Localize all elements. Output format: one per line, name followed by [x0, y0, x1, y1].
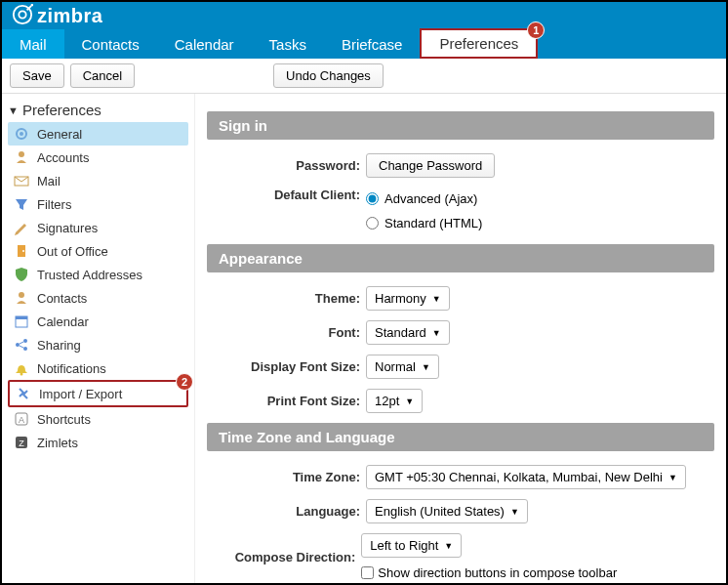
- password-label: Password:: [207, 158, 366, 173]
- print-font-size-select[interactable]: 12pt▼: [366, 389, 423, 413]
- sidebar-item-shortcuts[interactable]: A Shortcuts: [8, 407, 188, 431]
- sidebar-item-label: Import / Export: [39, 387, 122, 401]
- sidebar-item-notifications[interactable]: Notifications: [8, 356, 188, 380]
- radio-standard[interactable]: Standard (HTML): [366, 216, 482, 230]
- brand-bar: zimbra: [2, 2, 726, 29]
- caret-down-icon: ▼: [405, 397, 414, 406]
- svg-rect-12: [16, 316, 27, 319]
- theme-label: Theme:: [207, 291, 366, 306]
- sidebar-item-calendar[interactable]: Calendar: [8, 310, 188, 333]
- tab-preferences-label: Preferences: [439, 35, 518, 52]
- caret-down-icon: ▼: [432, 294, 441, 304]
- timezone-label: Time Zone:: [207, 470, 366, 484]
- calendar-icon: [14, 313, 29, 329]
- share-icon: [14, 337, 29, 353]
- key-icon: A: [14, 411, 29, 427]
- print-font-size-label: Print Font Size:: [207, 394, 366, 408]
- sidebar-item-label: Calendar: [37, 314, 89, 329]
- save-button[interactable]: Save: [10, 63, 64, 88]
- display-font-size-select[interactable]: Normal▼: [366, 355, 439, 379]
- radio-advanced-label: Advanced (Ajax): [384, 191, 477, 206]
- radio-advanced[interactable]: Advanced (Ajax): [366, 191, 477, 206]
- language-select[interactable]: English (United States)▼: [366, 499, 528, 523]
- cancel-button[interactable]: Cancel: [70, 63, 135, 88]
- svg-point-10: [19, 292, 24, 298]
- svg-point-9: [22, 250, 24, 252]
- sidebar-item-trusted-addresses[interactable]: Trusted Addresses: [8, 263, 188, 286]
- svg-text:Z: Z: [19, 439, 24, 448]
- font-label: Font:: [207, 325, 366, 340]
- svg-point-14: [23, 339, 27, 343]
- funnel-icon: [14, 196, 29, 212]
- pencil-icon: [14, 220, 29, 235]
- sidebar-item-signatures[interactable]: Signatures: [8, 216, 188, 239]
- display-font-size-value: Normal: [375, 359, 416, 374]
- change-password-button[interactable]: Change Password: [366, 153, 495, 178]
- tab-briefcase[interactable]: Briefcase: [324, 29, 421, 59]
- sidebar-item-accounts[interactable]: Accounts: [8, 146, 188, 169]
- show-direction-checkbox-label: Show direction buttons in compose toolba…: [378, 565, 617, 580]
- compose-direction-value: Left to Right: [370, 538, 438, 553]
- sidebar-item-label: Notifications: [37, 361, 106, 376]
- radio-standard-label: Standard (HTML): [384, 216, 482, 230]
- user-icon: [14, 149, 29, 165]
- sidebar-item-label: Mail: [37, 174, 61, 188]
- sidebar-item-label: Signatures: [37, 221, 98, 235]
- sidebar-item-import-export[interactable]: Import / Export 2: [8, 380, 188, 407]
- door-icon: [14, 243, 29, 259]
- tab-calendar[interactable]: Calendar: [157, 29, 252, 59]
- undo-changes-button[interactable]: Undo Changes: [273, 63, 384, 88]
- sidebar-item-label: Accounts: [37, 150, 89, 165]
- sidebar-item-contacts[interactable]: Contacts: [8, 286, 188, 310]
- annotation-badge-2: 2: [176, 373, 193, 391]
- svg-text:A: A: [19, 415, 24, 425]
- sidebar-item-out-of-office[interactable]: Out of Office: [8, 239, 188, 263]
- show-direction-checkbox[interactable]: Show direction buttons in compose toolba…: [361, 565, 617, 580]
- tab-preferences[interactable]: Preferences 1: [420, 28, 538, 59]
- shield-icon: [14, 267, 29, 282]
- sidebar-item-label: Out of Office: [37, 244, 108, 259]
- tab-tasks[interactable]: Tasks: [252, 29, 324, 59]
- language-value: English (United States): [375, 504, 505, 519]
- toolbar: Save Cancel Undo Changes: [2, 59, 726, 94]
- theme-select[interactable]: Harmony▼: [366, 286, 450, 311]
- caret-down-icon: ▼: [8, 104, 19, 116]
- sidebar-list: General Accounts Mail Filters Signatures…: [8, 122, 188, 454]
- sidebar-item-mail[interactable]: Mail: [8, 169, 188, 192]
- caret-down-icon: ▼: [432, 328, 441, 338]
- print-font-size-value: 12pt: [375, 394, 399, 408]
- preferences-panel: Sign in Password: Change Password Defaul…: [195, 94, 726, 585]
- sidebar-item-zimlets[interactable]: Z Zimlets: [8, 431, 188, 454]
- caret-down-icon: ▼: [444, 541, 453, 551]
- display-font-size-label: Display Font Size:: [207, 359, 366, 374]
- sidebar-item-label: General: [37, 127, 82, 142]
- compose-direction-select[interactable]: Left to Right▼: [361, 533, 462, 558]
- sidebar-item-label: Trusted Addresses: [37, 268, 142, 282]
- envelope-icon: [14, 173, 29, 188]
- svg-point-15: [23, 347, 27, 351]
- compose-direction-label: Compose Direction:: [207, 550, 361, 564]
- gear-icon: [14, 126, 29, 142]
- zimlet-icon: Z: [14, 435, 29, 450]
- tab-contacts[interactable]: Contacts: [64, 29, 157, 59]
- sidebar-item-label: Contacts: [37, 291, 87, 306]
- contacts-icon: [14, 290, 29, 306]
- theme-value: Harmony: [375, 291, 426, 306]
- sidebar-item-general[interactable]: General: [8, 122, 188, 146]
- tab-mail[interactable]: Mail: [2, 29, 64, 59]
- sidebar-title-label: Preferences: [22, 102, 101, 118]
- logo: zimbra: [12, 4, 102, 28]
- sidebar-title[interactable]: ▼ Preferences: [8, 100, 188, 122]
- sidebar-item-filters[interactable]: Filters: [8, 192, 188, 216]
- import-export-icon: [16, 386, 31, 401]
- timezone-select[interactable]: GMT +05:30 Chennai, Kolkata, Mumbai, New…: [366, 465, 686, 489]
- sidebar-item-label: Sharing: [37, 338, 81, 353]
- font-select[interactable]: Standard▼: [366, 320, 450, 345]
- tabs-bar: Mail Contacts Calendar Tasks Briefcase P…: [2, 29, 726, 59]
- section-header-appearance: Appearance: [207, 244, 714, 272]
- sidebar-item-sharing[interactable]: Sharing: [8, 333, 188, 356]
- logo-text: zimbra: [37, 5, 102, 27]
- default-client-label: Default Client:: [207, 188, 366, 202]
- svg-point-13: [16, 343, 20, 347]
- bell-icon: [14, 360, 29, 376]
